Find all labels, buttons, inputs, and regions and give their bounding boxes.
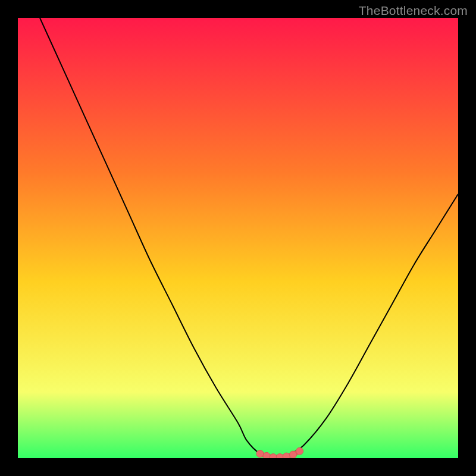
chart-frame: TheBottleneck.com [0,0,476,476]
good-range-dot [270,454,277,458]
plot-area [18,18,458,458]
bottleneck-chart [18,18,458,458]
good-range-dot [283,453,290,458]
watermark-text: TheBottleneck.com [359,4,468,18]
good-range-dot [256,450,264,458]
good-range-dot [290,451,297,458]
good-range-dot [276,454,283,458]
gradient-background [18,18,458,458]
good-range-dot [296,447,303,455]
good-range-dot [263,452,270,458]
